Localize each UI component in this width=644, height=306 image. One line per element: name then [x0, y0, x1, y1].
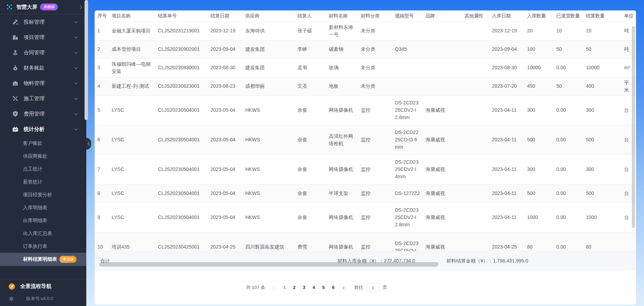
- sidebar-scrollbar[interactable]: [85, 0, 88, 120]
- column-header: 规格型号: [392, 10, 423, 22]
- sidebar-item-construction[interactable]: 施工管理: [0, 91, 86, 106]
- sidebar-item-projects[interactable]: 项目管理: [0, 30, 86, 45]
- table-cell: 0.00: [554, 203, 583, 232]
- chevron-down-icon: [74, 96, 78, 100]
- table-cell: 未分类: [358, 58, 392, 77]
- table-cell: 海康威视: [423, 95, 462, 125]
- svg-text:¥: ¥: [15, 67, 16, 70]
- table-cell: 500: [524, 184, 554, 203]
- sidebar-item-order-execution[interactable]: 订单执行表: [0, 240, 86, 253]
- sidebar-item-outbound-detail[interactable]: 出库明细表: [0, 214, 86, 227]
- table-cell: 余俊: [295, 155, 326, 184]
- table-row[interactable]: 7LYSCCLJS202305040012023-05-04HKWS余俊网络摄像…: [95, 155, 636, 184]
- table-cell: 海康威视: [423, 203, 462, 232]
- page-number-button[interactable]: 2: [289, 283, 299, 292]
- column-header: 材料名称: [326, 10, 358, 22]
- sidebar-item-materials[interactable]: 物料管理: [0, 76, 86, 91]
- page-number-button[interactable]: 4: [309, 283, 319, 292]
- table-cell: 余俊: [295, 125, 326, 155]
- table-cell: 2023-04-11: [489, 125, 524, 155]
- prev-page-button[interactable]: ‹: [270, 285, 278, 290]
- table-cell: DS-2CD2325CDV2-I: [392, 232, 423, 251]
- page-number-button[interactable]: 6: [328, 283, 338, 292]
- table-cell: 监控: [358, 184, 392, 203]
- column-header: 结算日期: [208, 10, 243, 22]
- table-row[interactable]: 1金融大厦采购项目CLJS202312190012023-12-19东海特供张子…: [95, 22, 636, 40]
- gear-icon[interactable]: [8, 296, 14, 302]
- svg-text:¥: ¥: [14, 112, 16, 116]
- sidebar-item-smart-screen[interactable]: 智慧大屏 旗舰版: [0, 0, 86, 14]
- table-cell: 网络摄像机: [326, 155, 358, 184]
- column-header: 序号: [95, 10, 109, 22]
- sidebar-item-inbound-detail[interactable]: 入库明细表: [0, 201, 86, 214]
- page-number-button[interactable]: 5: [319, 283, 328, 292]
- goto-page-input[interactable]: [367, 283, 379, 292]
- sidebar-item-daywork-stats[interactable]: 点工统计: [0, 163, 86, 175]
- table-cell: 400: [583, 77, 621, 95]
- table-cell: 50: [554, 40, 583, 58]
- table-cell: 珠穆朗玛峰—电梯安装: [109, 58, 155, 77]
- sidebar: 智慧大屏 旗舰版 投标管理 项目管理 合同管理 ¥: [0, 0, 86, 306]
- page-number-button[interactable]: 3: [299, 283, 309, 292]
- table-cell: [423, 58, 462, 77]
- table-cell: 2023-08-23: [208, 77, 243, 95]
- chevron-down-icon: [74, 112, 78, 115]
- stamp-icon: [12, 49, 19, 56]
- chevron-down-icon: [74, 20, 78, 23]
- version-text: 版本号:v4.0.0: [26, 296, 53, 302]
- sidebar-item-label: 财务账款: [24, 65, 45, 71]
- table-cell: 孟苇: [295, 58, 326, 77]
- table-cell: 5: [95, 95, 109, 125]
- submenu-label: 订单执行表: [23, 243, 47, 250]
- table-cell: DS-2CD2325CDV2-I 2.8mm: [392, 95, 423, 125]
- table-cell: 监控: [358, 155, 392, 184]
- table-row[interactable]: 6LYSCCLJS202305040012023-05-04HKWS余俊高清红外…: [95, 125, 636, 155]
- table-cell: 7: [95, 155, 109, 184]
- table-row[interactable]: 2成本管控项目CLJS202309020012023-09-04建发集团李峡碳素…: [95, 40, 636, 58]
- table-cell: 网络摄像机: [326, 232, 358, 251]
- table-cell: [423, 22, 462, 40]
- table-cell: 未分类: [358, 22, 392, 40]
- table-row[interactable]: 9LYSCCLJS202305040012023-05-04HKWS余俊网络摄像…: [95, 203, 636, 232]
- sidebar-item-statistics[interactable]: 统计分析: [0, 121, 86, 137]
- table-cell: 10: [583, 22, 621, 40]
- table-card: 序号 项目名称 结算单号 结算日期 供应商 结算人 材料名称 材料分类 规格型号…: [95, 10, 636, 305]
- sidebar-item-bidding[interactable]: 投标管理: [0, 14, 86, 30]
- page-number-button[interactable]: 1: [280, 283, 289, 292]
- sidebar-item-inout-summary[interactable]: 出入库汇总表: [0, 227, 86, 240]
- table-cell: 监控: [358, 232, 392, 251]
- table-row[interactable]: 8LYSCCLJS202305040012023-05-04HKWS余俊半球支架…: [95, 184, 636, 203]
- table-cell: DS-2CD2325CDV2-I 4mm: [392, 155, 423, 184]
- table-cell: LYSC: [109, 184, 155, 203]
- table-cell: 2023-07-20: [489, 77, 524, 95]
- sidebar-item-panorama-nav[interactable]: 全景流程导航: [0, 279, 86, 293]
- sidebar-item-contracts[interactable]: 合同管理: [0, 45, 86, 60]
- table-row[interactable]: 3珠穆朗玛峰—电梯安装CLJS202308300012023-08-30建发集团…: [95, 58, 636, 77]
- sidebar-item-project-analysis[interactable]: 项目经营分析: [0, 188, 86, 201]
- table-row[interactable]: 4新建工程-刘-测试CLJS202308230012023-08-23成都华丽文…: [95, 77, 636, 95]
- table-cell: 金融大厦采购项目: [109, 22, 155, 40]
- table-cell: 2023-04-25: [489, 232, 524, 251]
- pro-badge: 专业版: [59, 256, 77, 263]
- table-cell: 2023-12-19: [208, 22, 243, 40]
- sidebar-item-salary-stats[interactable]: 薪资统计: [0, 175, 86, 188]
- sidebar-item-finance[interactable]: ¥ 财务账款: [0, 60, 86, 76]
- vertical-scrollbar[interactable]: [632, 26, 635, 228]
- table-cell: 监控: [358, 95, 392, 125]
- table-row[interactable]: 5LYSCCLJS202305040012023-05-04HKWS余俊网络摄像…: [95, 95, 636, 125]
- sidebar-item-label: 统计分析: [24, 126, 45, 133]
- version-bar: 版本号:v4.0.0: [0, 293, 86, 306]
- table-cell: 500: [583, 184, 621, 203]
- horizontal-scrollbar[interactable]: [99, 262, 438, 267]
- submenu-label: 客户账款: [23, 140, 42, 147]
- sidebar-item-supplier-accounts[interactable]: 供应商账款: [0, 150, 86, 163]
- sidebar-item-customer-accounts[interactable]: 客户账款: [0, 137, 86, 150]
- table-cell: [621, 232, 636, 251]
- sidebar-item-expenses[interactable]: ¥ 费用管理: [0, 106, 86, 121]
- sidebar-item-material-settlement-detail[interactable]: 材料结算明细表 专业版: [0, 253, 86, 266]
- total-count: 共 107 条: [246, 284, 265, 291]
- table-cell: 0.00: [554, 95, 583, 125]
- table-cell: [462, 22, 489, 40]
- table-row[interactable]: 10培训435CLJS202304250012023-04-25四川辉源南发建筑…: [95, 232, 636, 251]
- next-page-button[interactable]: ›: [340, 285, 348, 290]
